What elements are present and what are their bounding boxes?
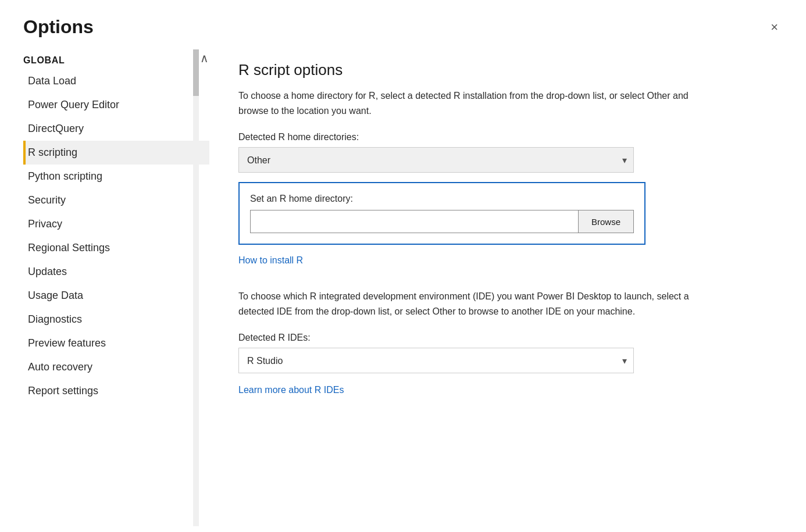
title-bar: Options × — [0, 0, 806, 44]
detected-ide-dropdown-wrapper: R Studio ▾ — [238, 348, 634, 373]
dialog-title: Options — [23, 16, 94, 38]
content-area: GLOBAL Data LoadPower Query EditorDirect… — [0, 44, 806, 532]
sidebar-item-data-load[interactable]: Data Load — [23, 69, 209, 93]
install-r-link[interactable]: How to install R — [238, 255, 303, 266]
scroll-up-indicator[interactable]: ∧ — [199, 49, 209, 67]
home-dir-label: Set an R home directory: — [250, 194, 634, 204]
sidebar-item-diagnostics[interactable]: Diagnostics — [23, 308, 209, 331]
sidebar-item-direct-query[interactable]: DirectQuery — [23, 117, 209, 141]
sidebar-item-updates[interactable]: Updates — [23, 260, 209, 284]
scrollbar-thumb[interactable] — [193, 49, 199, 96]
home-dir-input-row: Browse — [250, 210, 634, 233]
detected-ide-dropdown[interactable]: R Studio — [238, 348, 634, 373]
sidebar-item-power-query-editor[interactable]: Power Query Editor — [23, 93, 209, 117]
sidebar-item-report-settings[interactable]: Report settings — [23, 379, 209, 403]
sidebar-item-auto-recovery[interactable]: Auto recovery — [23, 355, 209, 379]
detected-home-dropdown[interactable]: Other — [238, 147, 634, 173]
browse-button[interactable]: Browse — [579, 210, 634, 233]
sidebar-item-privacy[interactable]: Privacy — [23, 212, 209, 236]
detected-home-label: Detected R home directories: — [238, 132, 777, 142]
sidebar-item-regional-settings[interactable]: Regional Settings — [23, 236, 209, 260]
sidebar-section-global: GLOBAL — [23, 55, 209, 66]
sidebar: GLOBAL Data LoadPower Query EditorDirect… — [0, 44, 209, 532]
detected-home-dropdown-wrapper: Other ▾ — [238, 147, 634, 173]
sidebar-item-security[interactable]: Security — [23, 188, 209, 212]
sidebar-item-python-scripting[interactable]: Python scripting — [23, 165, 209, 188]
ide-description: To choose which R integrated development… — [238, 289, 692, 319]
chevron-up-icon: ∧ — [200, 51, 209, 65]
sidebar-item-usage-data[interactable]: Usage Data — [23, 284, 209, 308]
sidebar-item-r-scripting[interactable]: R scripting — [23, 141, 209, 165]
home-dir-box: Set an R home directory: Browse — [238, 182, 645, 245]
scrollbar-track — [193, 49, 199, 526]
home-dir-input[interactable] — [250, 210, 579, 233]
close-button[interactable]: × — [766, 19, 783, 36]
detected-ide-label: Detected R IDEs: — [238, 333, 777, 343]
options-dialog: Options × GLOBAL Data LoadPower Query Ed… — [0, 0, 806, 532]
section-title: R script options — [238, 61, 777, 79]
section-description: To choose a home directory for R, select… — [238, 88, 692, 118]
sidebar-item-preview-features[interactable]: Preview features — [23, 331, 209, 355]
main-content: R script options To choose a home direct… — [209, 44, 806, 532]
learn-more-link[interactable]: Learn more about R IDEs — [238, 385, 344, 395]
